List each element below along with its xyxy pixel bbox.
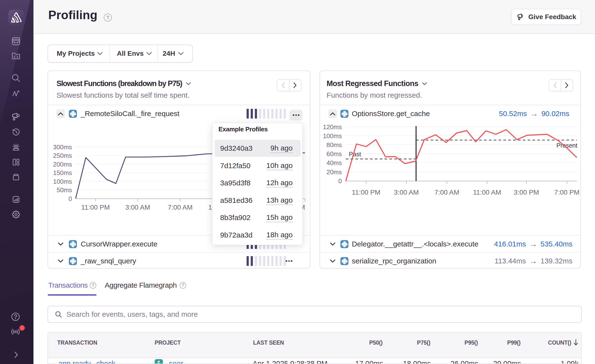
- svg-text:0: 0: [338, 177, 342, 185]
- svg-text:7:00 PM: 7:00 PM: [554, 189, 579, 196]
- svg-text:3:00 AM: 3:00 AM: [125, 204, 150, 211]
- svg-text:11:00 AM: 11:00 AM: [473, 189, 501, 196]
- svg-text:50ms: 50ms: [56, 186, 72, 194]
- svg-text:0: 0: [69, 195, 72, 202]
- svg-text:80ms: 80ms: [326, 141, 342, 149]
- svg-text:200ms: 200ms: [53, 161, 72, 168]
- svg-text:120ms: 120ms: [323, 123, 342, 131]
- svg-text:Past: Past: [349, 151, 361, 158]
- svg-text:7:00 AM: 7:00 AM: [168, 204, 193, 211]
- svg-text:100ms: 100ms: [323, 132, 342, 140]
- svg-text:11:00 PM: 11:00 PM: [352, 189, 380, 196]
- svg-text:7:00 AM: 7:00 AM: [434, 189, 459, 196]
- svg-text:3:00 PM: 3:00 PM: [514, 189, 539, 196]
- svg-text:100ms: 100ms: [53, 178, 72, 185]
- svg-text:60ms: 60ms: [326, 150, 342, 158]
- svg-text:20ms: 20ms: [326, 168, 342, 176]
- svg-text:250ms: 250ms: [53, 152, 72, 159]
- svg-text:40ms: 40ms: [326, 159, 342, 166]
- svg-text:150ms: 150ms: [53, 169, 72, 176]
- svg-text:3:00 AM: 3:00 AM: [394, 189, 419, 196]
- svg-text:11:00 PM: 11:00 PM: [81, 204, 110, 211]
- svg-text:300ms: 300ms: [53, 143, 72, 151]
